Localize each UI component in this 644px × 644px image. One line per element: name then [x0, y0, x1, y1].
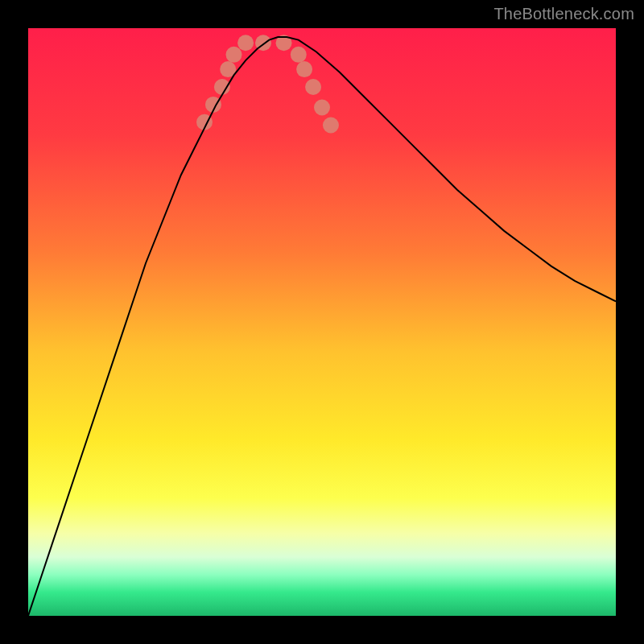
chart-stage: TheBottleneck.com	[0, 0, 644, 644]
sweet-spot-marker	[314, 100, 330, 116]
sweet-spot-marker	[305, 79, 321, 95]
plot-area	[28, 28, 616, 616]
gradient-background	[28, 28, 616, 616]
sweet-spot-marker	[291, 47, 307, 63]
watermark-text: TheBottleneck.com	[493, 5, 634, 23]
sweet-spot-marker	[323, 117, 339, 133]
sweet-spot-marker	[237, 35, 254, 51]
chart-svg	[28, 28, 616, 616]
sweet-spot-marker	[226, 47, 242, 63]
sweet-spot-marker	[296, 61, 312, 77]
